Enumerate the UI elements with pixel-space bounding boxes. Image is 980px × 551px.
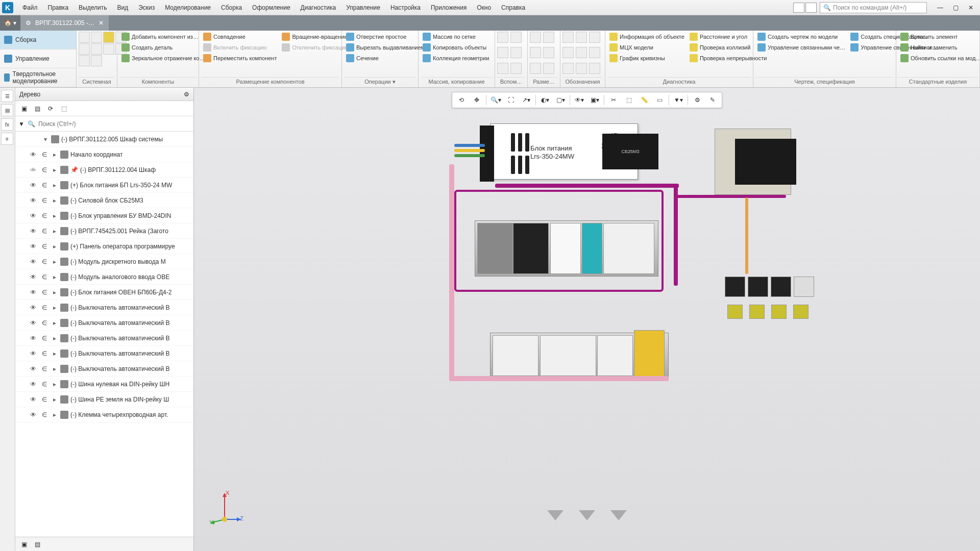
dim-icon-2[interactable] xyxy=(543,32,554,43)
visibility-icon[interactable]: 👁 xyxy=(29,304,38,311)
app-icon[interactable]: K xyxy=(2,2,13,13)
tree-tb-4[interactable]: ⬚ xyxy=(58,103,69,114)
viewport-3d[interactable]: ⟲ ✥ 🔍▾ ⛶ ↗▾ ◐▾ ▢▾ 👁▾ ▣▾ ✂ ⬚ 📏 ▭ ▼▾ ⚙ ✎ xyxy=(194,88,980,551)
menu-Управление[interactable]: Управление xyxy=(341,2,385,13)
rotation-marker[interactable] xyxy=(610,510,627,520)
expand-icon[interactable]: ▸ xyxy=(51,258,58,265)
visibility-icon[interactable]: 👁 xyxy=(29,381,38,388)
inclusion-icon[interactable]: ∈ xyxy=(40,151,49,158)
visibility-icon[interactable]: 👁 xyxy=(29,166,38,173)
visibility-icon[interactable]: 👁 xyxy=(29,365,38,372)
vp-iso-icon[interactable]: ▣▾ xyxy=(587,93,602,107)
expand-icon[interactable]: ▸ xyxy=(51,381,58,388)
menu-Справка[interactable]: Справка xyxy=(496,2,530,13)
find-replace-button[interactable]: Найти и заменить xyxy=(898,42,980,53)
expand-icon[interactable]: ▸ xyxy=(51,273,58,281)
add-component-button[interactable]: Добавить компонент из… xyxy=(119,32,207,42)
expand-icon[interactable]: ▸ xyxy=(51,228,58,235)
tree-row[interactable]: 👁∈▸(-) Клемма четырехпроводная арт. xyxy=(15,407,193,422)
inclusion-icon[interactable]: ∈ xyxy=(40,212,49,219)
menu-Диагностика[interactable]: Диагностика xyxy=(296,2,341,13)
copy-icon[interactable] xyxy=(91,43,102,55)
expand-icon[interactable]: ▸ xyxy=(51,396,58,403)
vp-filter-icon[interactable]: ▼▾ xyxy=(671,93,685,107)
tree-row[interactable]: 👁∈▸(-) Выключатель автоматический В xyxy=(15,361,193,377)
vp-measure-icon[interactable]: 📏 xyxy=(637,93,651,107)
visibility-icon[interactable]: 👁 xyxy=(29,350,38,357)
dim-icon-4[interactable] xyxy=(543,47,554,58)
annot-icon-8[interactable] xyxy=(576,63,587,74)
tree-row[interactable]: 👁∈▸(+) Панель оператора программируе xyxy=(15,239,193,254)
expand-icon[interactable]: ▸ xyxy=(51,289,58,296)
tree-row[interactable]: 👁∈▸(-) Блок управления БУ BMD-24DIN xyxy=(15,208,193,223)
tree-row[interactable]: 👁∈▸(-) Шина PE земля на DIN-рейку Ш xyxy=(15,392,193,407)
aux-icon-2[interactable] xyxy=(510,32,522,43)
visibility-icon[interactable]: 👁 xyxy=(29,243,38,250)
tab-close-icon[interactable]: ✕ xyxy=(99,19,104,27)
vp-settings-icon[interactable]: ⚙ xyxy=(690,93,704,107)
command-search[interactable]: 🔍 Поиск по командам (Alt+/) xyxy=(820,2,927,13)
expand-icon[interactable]: ▸ xyxy=(51,182,58,189)
expand-icon[interactable]: ▸ xyxy=(51,350,58,357)
minimize-button[interactable]: — xyxy=(933,2,947,13)
expand-icon[interactable]: ▸ xyxy=(51,304,58,311)
visibility-icon[interactable]: 👁 xyxy=(29,396,38,403)
tree-row[interactable]: 👁∈▸(-) Выключатель автоматический В xyxy=(15,300,193,315)
maximize-button[interactable]: ▢ xyxy=(948,2,963,13)
expand-icon[interactable]: ▸ xyxy=(51,243,58,250)
dim-icon-6[interactable] xyxy=(543,63,554,74)
expand-icon[interactable]: ▸ xyxy=(51,335,58,342)
aux-icon-6[interactable] xyxy=(510,63,522,74)
disable-fix-button[interactable]: Отключить фиксацию xyxy=(280,42,351,53)
update-refs-button[interactable]: Обновить ссылки на мод… xyxy=(898,53,980,63)
object-info-button[interactable]: Информация об объекте xyxy=(607,32,687,42)
vp-hide-icon[interactable]: 👁▾ xyxy=(572,93,586,107)
enable-fix-button[interactable]: Включить фиксацию xyxy=(201,42,279,53)
annot-icon-5[interactable] xyxy=(576,47,587,58)
manage-drawings-button[interactable]: Управление связанными че… xyxy=(755,42,847,53)
expand-icon[interactable]: ▸ xyxy=(51,365,58,372)
rotation-marker[interactable] xyxy=(547,510,564,520)
ribbon-mode-solid[interactable]: Твердотельное моделирование xyxy=(0,68,76,87)
inclusion-icon[interactable]: ∈ xyxy=(40,197,49,204)
visibility-icon[interactable]: 👁 xyxy=(29,182,38,189)
tree-footer-1[interactable]: ▣ xyxy=(18,539,30,550)
tree-tb-1[interactable]: ▣ xyxy=(18,103,30,114)
tree-row[interactable]: 👁∈▸(-) Выключатель автоматический В xyxy=(15,331,193,346)
visibility-icon[interactable]: 👁 xyxy=(29,212,38,219)
menu-Правка[interactable]: Правка xyxy=(43,2,74,13)
expand-icon[interactable]: ▸ xyxy=(51,166,58,173)
menu-Приложения[interactable]: Приложения xyxy=(426,2,472,13)
new-icon[interactable] xyxy=(79,32,90,43)
menu-Выделить[interactable]: Выделить xyxy=(74,2,112,13)
menu-Вид[interactable]: Вид xyxy=(112,2,133,13)
inclusion-icon[interactable]: ∈ xyxy=(40,365,49,372)
inclusion-icon[interactable]: ∈ xyxy=(40,289,49,296)
menu-Моделирование[interactable]: Моделирование xyxy=(160,2,216,13)
expand-icon[interactable]: ▸ xyxy=(51,411,58,418)
visibility-icon[interactable]: 👁 xyxy=(29,335,38,342)
grid-array-button[interactable]: Массив по сетке xyxy=(421,32,491,42)
close-button[interactable]: ✕ xyxy=(964,2,978,13)
inclusion-icon[interactable]: ∈ xyxy=(40,166,49,173)
vp-fit-icon[interactable]: ⛶ xyxy=(504,93,518,107)
vp-orient-icon[interactable]: ↗▾ xyxy=(519,93,533,107)
tree-settings-icon[interactable]: ⚙ xyxy=(184,91,189,98)
vbar-more-icon[interactable]: ≡ xyxy=(1,133,13,145)
vp-explode-icon[interactable]: ⬚ xyxy=(622,93,636,107)
coincidence-button[interactable]: Совпадение xyxy=(201,32,279,42)
mirror-component-button[interactable]: Зеркальное отражение ко… xyxy=(119,53,207,63)
visibility-icon[interactable]: 👁 xyxy=(29,411,38,418)
expand-icon[interactable]: ▸ xyxy=(51,151,58,158)
annot-icon-1[interactable] xyxy=(562,32,574,43)
tree-footer-2[interactable]: ▤ xyxy=(32,539,43,550)
aux-icon-4[interactable] xyxy=(510,47,522,58)
visibility-icon[interactable]: 👁 xyxy=(29,258,38,265)
tree-row[interactable]: 👁∈▸(-) Выключатель автоматический В xyxy=(15,315,193,331)
layout-icon-1[interactable] xyxy=(793,3,804,13)
hole-button[interactable]: Отверстие простое xyxy=(344,32,427,42)
tree-search-input[interactable] xyxy=(38,120,190,128)
ribbon-mode-management[interactable]: Управление xyxy=(0,49,76,68)
visibility-icon[interactable]: 👁 xyxy=(29,228,38,235)
tree-row[interactable]: 👁∈▸Начало координат xyxy=(15,147,193,162)
